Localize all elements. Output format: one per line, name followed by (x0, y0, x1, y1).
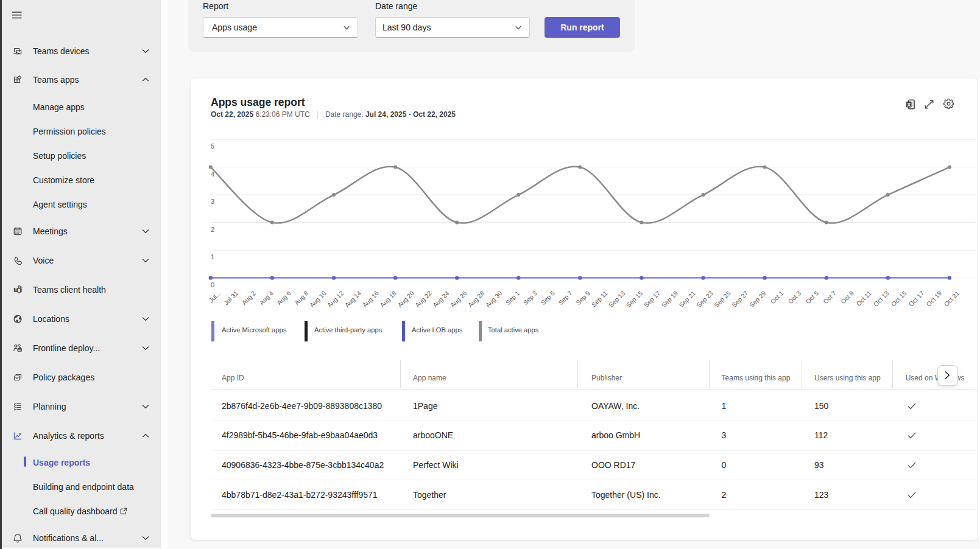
svg-text:X: X (907, 102, 911, 108)
